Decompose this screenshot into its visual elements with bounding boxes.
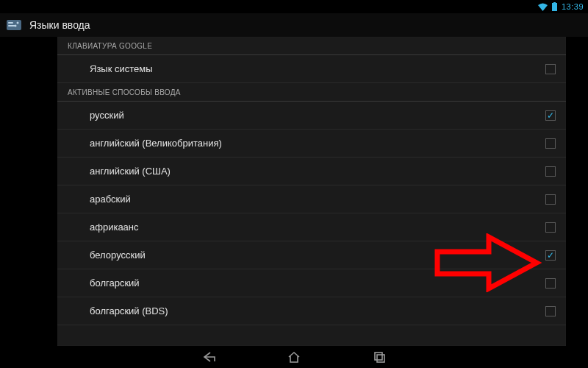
row-language-afrikaans[interactable]: африкаанс (57, 213, 566, 241)
nav-back-button[interactable] (199, 349, 218, 365)
checkbox-language-belarusian[interactable] (545, 250, 556, 261)
section-header-google-keyboard: КЛАВИАТУРА GOOGLE (57, 37, 566, 55)
checkbox-language-bulgarian-bds[interactable] (545, 306, 556, 316)
svg-rect-1 (553, 2, 556, 4)
row-language-belarusian[interactable]: белорусский (57, 241, 566, 269)
row-language-english-uk[interactable]: английский (Великобритания) (57, 130, 566, 158)
svg-rect-8 (377, 355, 384, 362)
row-label: русский (90, 110, 545, 121)
svg-point-6 (15, 25, 17, 27)
checkbox-language-afrikaans[interactable] (545, 222, 556, 233)
section-header-active-input: АКТИВНЫЕ СПОСОБЫ ВВОДА (57, 83, 566, 102)
nav-recent-button[interactable] (370, 349, 389, 365)
svg-point-5 (17, 22, 19, 24)
row-language-bulgarian-bds[interactable]: болгарский (BDS) (57, 297, 566, 325)
svg-rect-3 (8, 22, 13, 24)
row-language-russian[interactable]: русский (57, 102, 566, 130)
row-language-bulgarian[interactable]: болгарский (57, 269, 566, 297)
page-title: Языки ввода (29, 19, 90, 31)
checkbox-language-russian[interactable] (545, 110, 556, 121)
status-bar: 13:39 (0, 0, 588, 13)
nav-home-button[interactable] (284, 349, 304, 365)
row-system-language[interactable]: Язык системы (57, 55, 566, 83)
battery-icon (552, 2, 557, 11)
row-label: английский (Великобритания) (90, 138, 545, 149)
settings-panel: КЛАВИАТУРА GOOGLE Язык системы АКТИВНЫЕ … (57, 37, 566, 346)
wifi-icon (538, 3, 548, 11)
settings-app-icon[interactable] (6, 17, 22, 33)
row-language-arabic[interactable]: арабский (57, 185, 566, 213)
checkbox-system-language[interactable] (545, 64, 556, 74)
row-label: болгарский (90, 277, 545, 289)
checkbox-language-english-us[interactable] (545, 166, 556, 177)
checkbox-language-arabic[interactable] (545, 194, 556, 205)
action-bar: Языки ввода (0, 13, 588, 37)
row-label: белорусский (90, 250, 545, 261)
row-label: болгарский (BDS) (90, 305, 545, 316)
row-label: Язык системы (90, 63, 545, 74)
svg-rect-7 (375, 353, 382, 360)
svg-rect-0 (552, 3, 557, 11)
row-language-english-us[interactable]: английский (США) (57, 158, 566, 185)
row-label: африкаанс (90, 222, 545, 233)
row-label: арабский (90, 194, 545, 205)
status-time: 13:39 (562, 2, 584, 11)
checkbox-language-english-uk[interactable] (545, 138, 556, 149)
checkbox-language-bulgarian[interactable] (545, 278, 556, 289)
row-label: английский (США) (90, 166, 545, 177)
navigation-bar (0, 346, 588, 368)
